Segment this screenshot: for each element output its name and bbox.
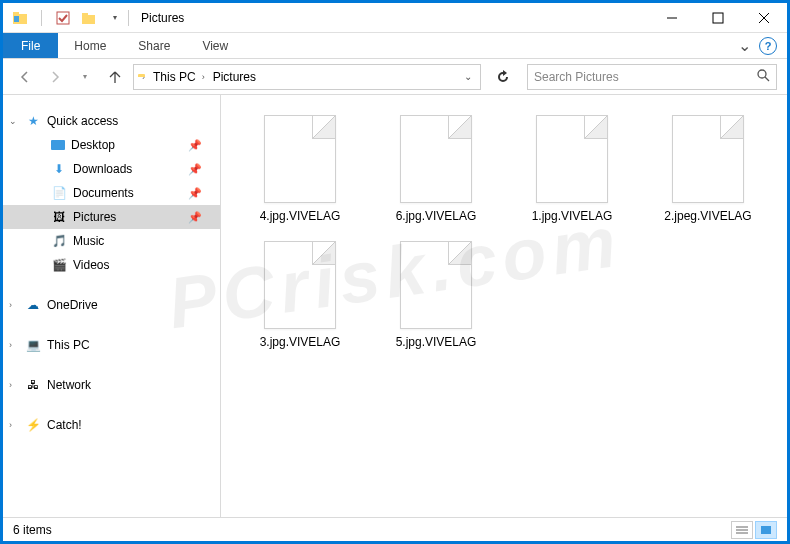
navigation-pane: ⌄ ★ Quick access Desktop📌 ⬇Downloads📌 📄D… [3,95,221,519]
separator [41,10,42,26]
close-button[interactable] [741,3,787,33]
quick-access-toolbar: ▾ [11,9,124,27]
star-icon: ★ [25,113,41,129]
sidebar-item-label: This PC [47,338,90,352]
chevron-right-icon[interactable]: › [9,380,19,390]
sidebar-quick-access[interactable]: ⌄ ★ Quick access [3,109,220,133]
address-bar[interactable]: › This PC › Pictures ⌄ [133,64,481,90]
breadcrumb[interactable]: This PC [149,70,198,84]
chevron-right-icon[interactable]: › [9,300,19,310]
new-folder-icon[interactable] [80,9,98,27]
file-item[interactable]: 4.jpg.VIVELAG [245,115,355,223]
file-tab[interactable]: File [3,33,58,58]
address-dropdown-icon[interactable]: ⌄ [460,71,476,82]
pin-icon: 📌 [188,163,202,176]
network-icon: 🖧 [25,377,41,393]
file-name: 1.jpg.VIVELAG [532,209,613,223]
file-item[interactable]: 2.jpeg.VIVELAG [653,115,763,223]
back-button[interactable] [13,65,37,89]
search-box[interactable]: Search Pictures [527,64,777,90]
qat-dropdown-icon[interactable]: ▾ [106,9,124,27]
svg-rect-1 [13,12,19,15]
downloads-icon: ⬇ [51,161,67,177]
sidebar-item-label: Quick access [47,114,118,128]
file-icon [400,115,472,203]
pin-icon: 📌 [188,187,202,200]
forward-button[interactable] [43,65,67,89]
desktop-icon [51,140,65,150]
up-button[interactable] [103,65,127,89]
computer-icon: 💻 [25,337,41,353]
sidebar-item-label: OneDrive [47,298,98,312]
tab-view[interactable]: View [186,33,244,58]
details-view-button[interactable] [731,521,753,539]
svg-rect-15 [761,526,771,534]
sidebar-item-label: Music [73,234,104,248]
sidebar-item-downloads[interactable]: ⬇Downloads📌 [3,157,220,181]
sidebar-item-pictures[interactable]: 🖼Pictures📌 [3,205,220,229]
explorer-icon[interactable] [11,9,29,27]
file-icon [672,115,744,203]
chevron-right-icon[interactable]: › [9,420,19,430]
help-button[interactable]: ? [759,37,777,55]
videos-icon: 🎬 [51,257,67,273]
sidebar-network[interactable]: ›🖧Network [3,373,220,397]
sidebar-onedrive[interactable]: ›☁OneDrive [3,293,220,317]
file-icon [264,241,336,329]
chevron-right-icon[interactable]: › [198,72,209,82]
file-grid[interactable]: 4.jpg.VIVELAG 6.jpg.VIVELAG 1.jpg.VIVELA… [221,95,787,519]
minimize-button[interactable] [649,3,695,33]
svg-rect-7 [713,13,723,23]
view-switcher [731,521,777,539]
ribbon-expand-icon[interactable]: ⌄ [729,33,759,58]
file-icon [264,115,336,203]
file-item[interactable]: 1.jpg.VIVELAG [517,115,627,223]
recent-locations-icon[interactable]: ▾ [73,65,97,89]
main-area: ⌄ ★ Quick access Desktop📌 ⬇Downloads📌 📄D… [3,95,787,519]
file-name: 2.jpeg.VIVELAG [664,209,751,223]
svg-rect-3 [57,12,69,24]
sidebar-item-documents[interactable]: 📄Documents📌 [3,181,220,205]
search-icon[interactable] [756,68,770,85]
refresh-button[interactable] [491,65,515,89]
file-name: 3.jpg.VIVELAG [260,335,341,349]
chevron-down-icon[interactable]: ⌄ [9,116,19,126]
svg-rect-2 [14,16,19,22]
sidebar-this-pc[interactable]: ›💻This PC [3,333,220,357]
icons-view-button[interactable] [755,521,777,539]
sidebar-catch[interactable]: ›⚡Catch! [3,413,220,437]
documents-icon: 📄 [51,185,67,201]
search-placeholder: Search Pictures [534,70,619,84]
tab-share[interactable]: Share [122,33,186,58]
window-title: Pictures [141,11,184,25]
sidebar-item-label: Downloads [73,162,132,176]
file-item[interactable]: 6.jpg.VIVELAG [381,115,491,223]
window-controls [649,3,787,33]
sidebar-item-music[interactable]: 🎵Music [3,229,220,253]
svg-rect-4 [82,15,95,24]
file-icon [400,241,472,329]
breadcrumb[interactable]: Pictures [209,70,258,84]
sidebar-item-videos[interactable]: 🎬Videos [3,253,220,277]
status-bar: 6 items [3,517,787,541]
navigation-bar: ▾ › This PC › Pictures ⌄ Search Pictures [3,59,787,95]
cloud-icon: ☁ [25,297,41,313]
music-icon: 🎵 [51,233,67,249]
maximize-button[interactable] [695,3,741,33]
file-item[interactable]: 5.jpg.VIVELAG [381,241,491,349]
sidebar-item-desktop[interactable]: Desktop📌 [3,133,220,157]
item-count: 6 items [13,523,52,537]
sidebar-item-label: Pictures [73,210,116,224]
tab-home[interactable]: Home [58,33,122,58]
file-name: 5.jpg.VIVELAG [396,335,477,349]
chevron-right-icon[interactable]: › [9,340,19,350]
file-item[interactable]: 3.jpg.VIVELAG [245,241,355,349]
sidebar-item-label: Desktop [71,138,115,152]
svg-point-10 [758,70,766,78]
pin-icon: 📌 [188,211,202,224]
properties-icon[interactable] [54,9,72,27]
file-name: 4.jpg.VIVELAG [260,209,341,223]
sidebar-item-label: Videos [73,258,109,272]
catch-icon: ⚡ [25,417,41,433]
titlebar: ▾ Pictures [3,3,787,33]
